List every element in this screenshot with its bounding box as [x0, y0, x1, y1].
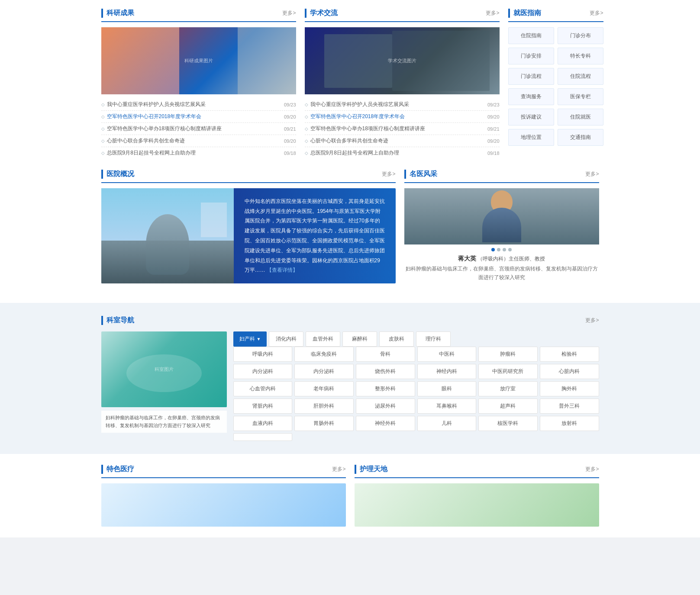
- dept-cell-15[interactable]: 中医药研究所: [478, 364, 538, 379]
- dept-cell-29[interactable]: 血液内科: [233, 416, 293, 431]
- guide-btn-0[interactable]: 住院指南: [508, 27, 554, 44]
- dept-cell-24[interactable]: 肝胆外科: [294, 399, 354, 414]
- research-news-date-1: 09/23: [284, 102, 296, 107]
- academic-news-text-1[interactable]: 我中心重症医学科护护人员央视综艺展风采: [310, 101, 484, 108]
- dept-active-tab[interactable]: 妇产科 ▼: [233, 331, 267, 347]
- research-news-text-2[interactable]: 空军特色医学中心召开2018年度学术年会: [107, 113, 281, 120]
- dept-cell-26[interactable]: 耳鼻喉科: [417, 399, 477, 414]
- dept-cell-1[interactable]: 血管外科: [306, 331, 340, 347]
- doctor-header: 名医风采 更多>: [404, 170, 599, 183]
- dept-cell-4[interactable]: 理疗科: [416, 331, 451, 347]
- doctor-carousel-dots: [404, 248, 599, 251]
- dept-cell-18[interactable]: 老年病科: [294, 381, 354, 396]
- guide-section: 就医指南 更多> 住院指南 门诊分布 门诊安排 特长专科 门诊流程 住院流程 查…: [508, 9, 603, 159]
- dept-cell-31[interactable]: 神经外科: [356, 416, 415, 431]
- dept-cell-8[interactable]: 中医科: [417, 347, 477, 362]
- special-more[interactable]: 更多>: [332, 466, 345, 473]
- guide-more[interactable]: 更多>: [590, 10, 603, 17]
- doctor-description: 妇科肿瘤的基础与临床工作，在卵巢癌、宫颈癌的发病转移、复发机制与基因治疗方面进行…: [404, 264, 599, 282]
- dept-cell-7[interactable]: 骨科: [356, 347, 415, 362]
- dept-cell-19[interactable]: 整形外科: [356, 381, 415, 396]
- dept-nav-more[interactable]: 更多>: [585, 317, 599, 324]
- research-section: 科研成果 更多> 科研成果图片 ◇ 我中心重症医学科护护人员央视综艺展风采 09…: [101, 9, 296, 159]
- academic-news-text-2[interactable]: 空军特色医学中心召开2018年度学术年会: [310, 113, 484, 120]
- research-news-text-3[interactable]: 空军特色医学中心举办18项医疗核心制度精讲讲座: [107, 125, 281, 132]
- guide-btn-8[interactable]: 投诉建议: [508, 109, 554, 125]
- dept-cell-14[interactable]: 神经内科: [417, 364, 477, 379]
- academic-news-text-5[interactable]: 总医院9月8日起挂号全程网上自助办理: [310, 149, 484, 157]
- dept-cell-23[interactable]: 肾脏内科: [233, 399, 293, 414]
- research-news-date-2: 09/20: [284, 114, 296, 119]
- special-image: [101, 483, 346, 527]
- dept-cell-17[interactable]: 心血管内科: [233, 381, 293, 396]
- research-news-item-4: ◇ 心脏中心联合多学科共创生命奇迹 09/20: [101, 135, 296, 147]
- dept-cell-32[interactable]: 儿科: [417, 416, 477, 431]
- dept-cell-3[interactable]: 皮肤科: [379, 331, 414, 347]
- hospital-detail-link[interactable]: 【查看详情】: [267, 267, 298, 273]
- dept-cell-35[interactable]: [233, 433, 293, 441]
- guide-btn-6[interactable]: 查询服务: [508, 88, 554, 105]
- academic-news-date-2: 09/20: [487, 114, 500, 119]
- dept-cell-21[interactable]: 放疗室: [478, 381, 538, 396]
- dot-3[interactable]: [503, 248, 506, 251]
- guide-btn-9[interactable]: 住院就医: [558, 109, 603, 125]
- research-header: 科研成果 更多>: [101, 9, 296, 22]
- research-news-list: ◇ 我中心重症医学科护护人员央视综艺展风采 09/23 ◇ 空军特色医学中心召开…: [101, 99, 296, 159]
- dept-cell-0[interactable]: 消化内科: [269, 331, 303, 347]
- guide-btn-2[interactable]: 门诊安排: [508, 48, 554, 64]
- special-title: 特色医疗: [101, 465, 134, 474]
- guide-btn-1[interactable]: 门诊分布: [558, 27, 603, 44]
- dept-cell-30[interactable]: 胃肠外科: [294, 416, 354, 431]
- academic-news-text-3[interactable]: 空军特色医学中心举办18项医疗核心制度精讲讲座: [310, 125, 484, 132]
- dept-cell-20[interactable]: 眼科: [417, 381, 477, 396]
- dept-cell-9[interactable]: 肿瘤科: [478, 347, 538, 362]
- dept-cell-13[interactable]: 烧伤外科: [356, 364, 415, 379]
- hospital-header: 医院概况 更多>: [101, 170, 396, 183]
- academic-news-item-1: ◇ 我中心重症医学科护护人员央视综艺展风采 09/23: [305, 99, 500, 111]
- bottom-sections: 特色医疗 更多> 护理天地 更多>: [0, 454, 700, 537]
- dept-nav-section: 科室导航 更多> 科室图片 妇科肿瘤的基础与临床工作，在卵巢癌、宫颈癌的发病转移…: [0, 303, 700, 454]
- dept-cell-12[interactable]: 内分泌科: [294, 364, 354, 379]
- dept-cell-11[interactable]: 内分泌科: [233, 364, 293, 379]
- academic-section: 学术交流 更多> 学术交流图片 ◇ 我中心重症医学科护护人员央视综艺展风采 09…: [305, 9, 500, 159]
- dept-cell-10[interactable]: 检验科: [540, 347, 599, 362]
- dept-cell-34[interactable]: 放射科: [540, 416, 599, 431]
- academic-more[interactable]: 更多>: [486, 10, 499, 17]
- dept-cell-25[interactable]: 泌尿外科: [356, 399, 415, 414]
- research-news-text-4[interactable]: 心脏中心联合多学科共创生命奇迹: [107, 137, 281, 145]
- dept-cell-16[interactable]: 心脏内科: [540, 364, 599, 379]
- dot-4[interactable]: [508, 248, 512, 251]
- dot-1[interactable]: [491, 248, 495, 251]
- doctor-title: 名医风采: [404, 170, 437, 179]
- guide-btn-10[interactable]: 地理位置: [508, 129, 554, 146]
- dept-cell-28[interactable]: 普外三科: [540, 399, 599, 414]
- research-news-text-1[interactable]: 我中心重症医学科护护人员央视综艺展风采: [107, 101, 281, 108]
- doctor-more[interactable]: 更多>: [585, 170, 599, 178]
- dept-cell-27[interactable]: 超声科: [478, 399, 538, 414]
- guide-btn-11[interactable]: 交通指南: [558, 129, 603, 146]
- academic-news-item-2: ◇ 空军特色医学中心召开2018年度学术年会 09/20: [305, 111, 500, 123]
- guide-btn-7[interactable]: 医保专栏: [558, 88, 603, 105]
- dept-nav-image-col: 科室图片 妇科肿瘤的基础与临床工作，在卵巢癌、宫颈癌的发病转移、复发机制与基因治…: [101, 331, 227, 441]
- research-more[interactable]: 更多>: [282, 10, 296, 17]
- dept-cell-6[interactable]: 临床免疫科: [294, 347, 354, 362]
- dept-nav-caption: 妇科肿瘤的基础与临床工作，在卵巢癌、宫颈癌的发病转移、复发机制与基因治疗方面进行…: [101, 411, 227, 433]
- dept-cell-33[interactable]: 核医学科: [478, 416, 538, 431]
- research-news-date-3: 09/21: [284, 126, 296, 132]
- dept-cell-5[interactable]: 呼吸内科: [233, 347, 293, 362]
- hospital-section: 医院概况 更多>: [101, 170, 396, 283]
- hospital-more[interactable]: 更多>: [382, 170, 395, 178]
- guide-btn-4[interactable]: 门诊流程: [508, 68, 554, 85]
- dot-2[interactable]: [497, 248, 500, 251]
- dept-cell-2[interactable]: 麻醉科: [342, 331, 377, 347]
- special-section: 特色医疗 更多>: [101, 465, 346, 527]
- research-news-text-5[interactable]: 总医院9月8日起挂号全程网上自助办理: [107, 149, 281, 157]
- academic-news-text-4[interactable]: 心脏中心联合多学科共创生命奇迹: [310, 137, 484, 145]
- nursing-more[interactable]: 更多>: [585, 466, 599, 473]
- guide-btn-3[interactable]: 特长专科: [558, 48, 603, 64]
- dept-cell-22[interactable]: 胸外科: [540, 381, 599, 396]
- research-image: 科研成果图片: [101, 27, 296, 94]
- guide-btn-5[interactable]: 住院流程: [558, 68, 603, 85]
- academic-news-date-5: 09/18: [487, 151, 500, 156]
- academic-title: 学术交流: [305, 9, 338, 18]
